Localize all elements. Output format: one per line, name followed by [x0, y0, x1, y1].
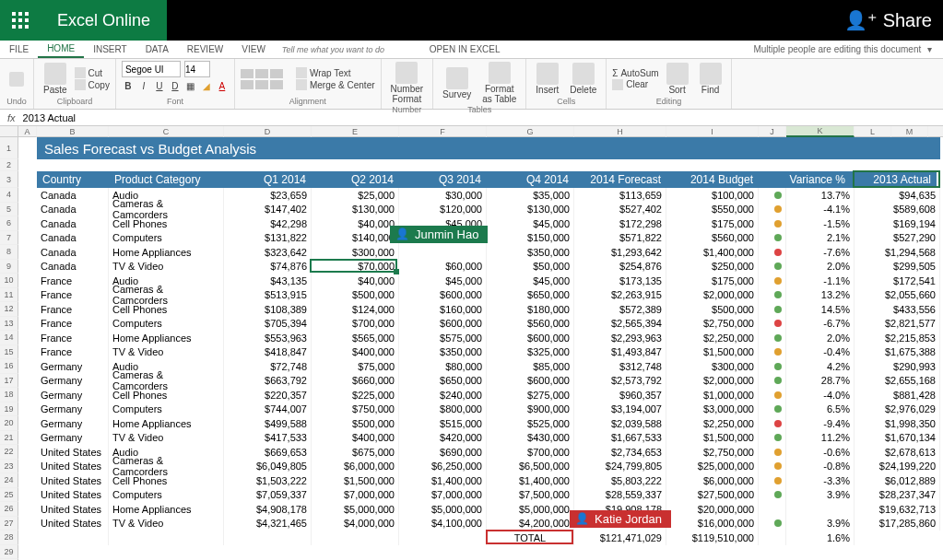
- cell[interactable]: $589,608: [855, 203, 940, 217]
- cell[interactable]: United States: [37, 460, 109, 474]
- cell[interactable]: United States: [37, 473, 109, 488]
- cell[interactable]: $499,588: [224, 416, 312, 431]
- table-row[interactable]: United StatesHome Appliances$4,908,178$5…: [37, 502, 940, 517]
- cell[interactable]: $5,000,000: [312, 502, 399, 517]
- cell[interactable]: $433,556: [855, 302, 940, 317]
- find-button[interactable]: Find: [696, 62, 725, 96]
- row-header[interactable]: 9: [0, 260, 18, 274]
- cell[interactable]: $560,000: [487, 317, 574, 332]
- row-header[interactable]: 10: [0, 274, 18, 288]
- cell[interactable]: $45,000: [399, 274, 487, 288]
- cell[interactable]: $2,655,168: [855, 374, 940, 389]
- cell[interactable]: $300,000: [312, 245, 399, 260]
- cell[interactable]: $650,000: [399, 374, 487, 389]
- cell[interactable]: Cell Phones: [109, 388, 224, 402]
- cell[interactable]: $131,822: [224, 231, 312, 246]
- cell[interactable]: $553,963: [224, 331, 312, 345]
- cell[interactable]: Germany: [37, 374, 109, 389]
- table-row[interactable]: FranceTV & Video$418,847$400,000$350,000…: [37, 345, 940, 360]
- cell[interactable]: $6,500,000: [487, 460, 574, 474]
- row-header[interactable]: 8: [0, 245, 18, 260]
- row-header[interactable]: 19: [0, 402, 18, 417]
- cell[interactable]: United States: [37, 445, 109, 460]
- tab-view[interactable]: VIEW: [232, 41, 275, 58]
- cell[interactable]: $225,000: [312, 388, 399, 402]
- cell[interactable]: $7,059,337: [224, 488, 312, 503]
- clear-button[interactable]: Clear: [612, 79, 658, 90]
- cell[interactable]: $4,908,178: [224, 502, 312, 517]
- table-row[interactable]: CanadaCell Phones$42,298$40,000$45,000$4…: [37, 216, 940, 231]
- cell[interactable]: $500,000: [312, 416, 399, 431]
- cell[interactable]: $600,000: [399, 288, 487, 303]
- cell[interactable]: $30,000: [399, 188, 487, 203]
- cell[interactable]: $60,000: [399, 260, 487, 274]
- cell[interactable]: Cameras & Camcorders: [109, 288, 224, 303]
- cell[interactable]: $2,055,660: [855, 288, 940, 303]
- row-header[interactable]: 23: [0, 460, 18, 474]
- cell[interactable]: $2,250,000: [666, 416, 759, 431]
- cell[interactable]: $2,039,588: [574, 416, 666, 431]
- cell[interactable]: $515,000: [399, 416, 487, 431]
- share-button[interactable]: 👤⁺ Share: [833, 9, 943, 31]
- column-header[interactable]: A: [18, 126, 37, 137]
- cell[interactable]: TV & Video: [109, 517, 224, 531]
- cell[interactable]: $1,500,000: [666, 345, 759, 360]
- cell[interactable]: $299,505: [855, 260, 940, 274]
- strike-button[interactable]: D: [169, 81, 182, 91]
- merge-center-button[interactable]: Merge & Center: [296, 79, 375, 90]
- cell[interactable]: $4,200,000: [487, 517, 574, 531]
- cell[interactable]: -1.1%: [786, 274, 855, 288]
- fill-color-button[interactable]: ◢: [200, 81, 213, 91]
- copy-button[interactable]: Copy: [75, 79, 110, 90]
- cell[interactable]: $800,000: [399, 402, 487, 417]
- cell[interactable]: $1,667,533: [574, 431, 666, 446]
- font-size-select[interactable]: [184, 61, 210, 77]
- cell[interactable]: $350,000: [487, 245, 574, 260]
- table-row[interactable]: GermanyCameras & Camcorders$663,792$660,…: [37, 374, 940, 389]
- cell[interactable]: $513,915: [224, 288, 312, 303]
- cell[interactable]: $323,642: [224, 245, 312, 260]
- table-row[interactable]: United StatesTV & Video$4,321,465$4,000,…: [37, 517, 940, 531]
- cell[interactable]: $130,000: [312, 203, 399, 217]
- cell[interactable]: $1,675,388: [855, 345, 940, 360]
- cell[interactable]: $17,285,860: [855, 517, 940, 531]
- cell[interactable]: 2.0%: [786, 260, 855, 274]
- row-header[interactable]: 1: [0, 137, 18, 159]
- cell[interactable]: Germany: [37, 431, 109, 446]
- cell[interactable]: $3,000,000: [666, 402, 759, 417]
- column-header[interactable]: D: [224, 126, 312, 137]
- cell[interactable]: $172,298: [574, 216, 666, 231]
- cell[interactable]: $1,500,000: [312, 473, 399, 488]
- cell[interactable]: $169,194: [855, 216, 940, 231]
- cell[interactable]: Computers: [109, 488, 224, 503]
- cell[interactable]: 4.2%: [786, 359, 855, 374]
- cell[interactable]: $669,653: [224, 445, 312, 460]
- cell[interactable]: TV & Video: [109, 345, 224, 360]
- cell[interactable]: 2.0%: [786, 331, 855, 345]
- cell[interactable]: $42,298: [224, 216, 312, 231]
- cell[interactable]: Canada: [37, 216, 109, 231]
- table-row[interactable]: CanadaHome Appliances$323,642$300,000$35…: [37, 245, 940, 260]
- cell[interactable]: $275,000: [487, 388, 574, 402]
- cell[interactable]: Cameras & Camcorders: [109, 460, 224, 474]
- cell[interactable]: [399, 245, 487, 260]
- cell[interactable]: $175,000: [666, 274, 759, 288]
- table-row[interactable]: GermanyTV & Video$417,533$400,000$420,00…: [37, 431, 940, 446]
- cell[interactable]: France: [37, 331, 109, 345]
- font-name-select[interactable]: [122, 61, 181, 77]
- column-header[interactable]: H: [574, 126, 666, 137]
- cell[interactable]: $100,000: [666, 188, 759, 203]
- cell[interactable]: $420,000: [399, 431, 487, 446]
- cell[interactable]: $525,000: [487, 416, 574, 431]
- cell[interactable]: $6,000,000: [312, 460, 399, 474]
- cell[interactable]: $74,876: [224, 260, 312, 274]
- row-header[interactable]: 5: [0, 203, 18, 217]
- tab-review[interactable]: REVIEW: [178, 41, 232, 58]
- cell[interactable]: $900,000: [487, 402, 574, 417]
- cell[interactable]: Germany: [37, 359, 109, 374]
- cell[interactable]: Home Appliances: [109, 416, 224, 431]
- cell[interactable]: -6.7%: [786, 317, 855, 332]
- cell[interactable]: -0.8%: [786, 460, 855, 474]
- cell[interactable]: $660,000: [312, 374, 399, 389]
- sort-button[interactable]: Sort: [663, 62, 692, 96]
